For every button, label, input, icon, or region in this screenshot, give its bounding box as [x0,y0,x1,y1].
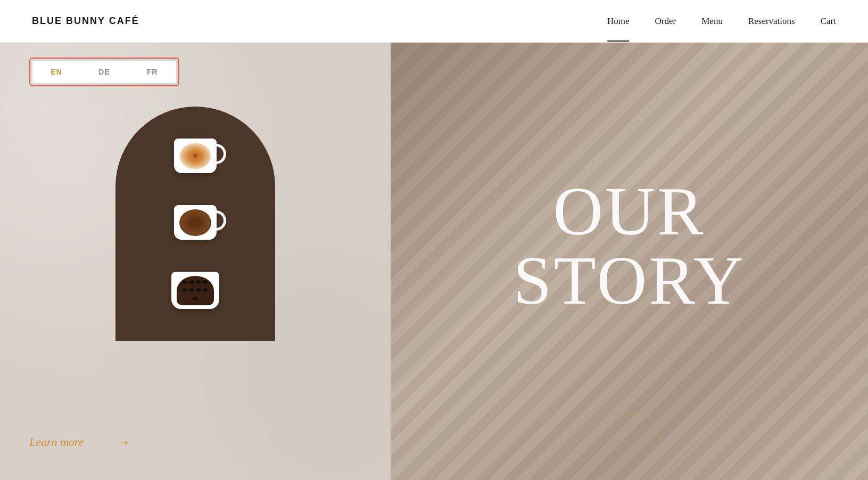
coffee-arch-container [108,101,283,346]
bean [182,280,187,284]
main-content: EN DE FR [0,43,868,480]
left-panel: EN DE FR [0,43,391,480]
arch-deco-svg [594,411,664,449]
nav-item-home[interactable]: Home [607,16,630,27]
bean [203,288,208,292]
nav-item-order[interactable]: Order [655,16,676,27]
language-switcher: EN DE FR [32,61,176,83]
bean [203,280,208,284]
bean [193,297,198,300]
learn-more-row: Learn more → [29,434,130,451]
arrow-icon[interactable]: → [115,434,130,451]
latte-foam [179,143,211,169]
lang-btn-de[interactable]: DE [80,61,128,83]
nav-item-reservations[interactable]: Reservations [748,16,795,27]
beans-fill [177,276,214,305]
arch-decoration [594,411,664,451]
language-switcher-wrapper: EN DE FR [29,58,179,86]
beans-cup [171,272,219,309]
nav-item-menu[interactable]: Menu [701,16,723,27]
bean [189,288,194,292]
learn-more-text[interactable]: Learn more [29,435,84,449]
bean [182,288,187,292]
bean [196,280,201,284]
lang-btn-en[interactable]: EN [32,61,80,83]
espresso-cup [174,205,217,240]
header: BLUE BUNNY CAFÉ Home Order Menu Reservat… [0,0,868,43]
site-logo: BLUE BUNNY CAFÉ [32,15,139,27]
arch-shape [115,107,275,341]
latte-cup-group [174,139,217,173]
nav-item-cart[interactable]: Cart [821,16,836,27]
hero-our: OUR [513,176,746,246]
espresso-liquid [179,209,211,236]
main-nav: Home Order Menu Reservations Cart [607,16,836,27]
right-panel: OUR STORY [391,43,868,480]
hero-text: OUR STORY [513,176,746,315]
bean [189,280,194,284]
latte-cup [174,139,217,173]
espresso-cup-group [174,205,217,240]
lang-btn-fr[interactable]: FR [128,61,176,83]
hero-story: STORY [513,246,746,315]
beans-cup-group [171,272,219,309]
bean [196,288,201,292]
